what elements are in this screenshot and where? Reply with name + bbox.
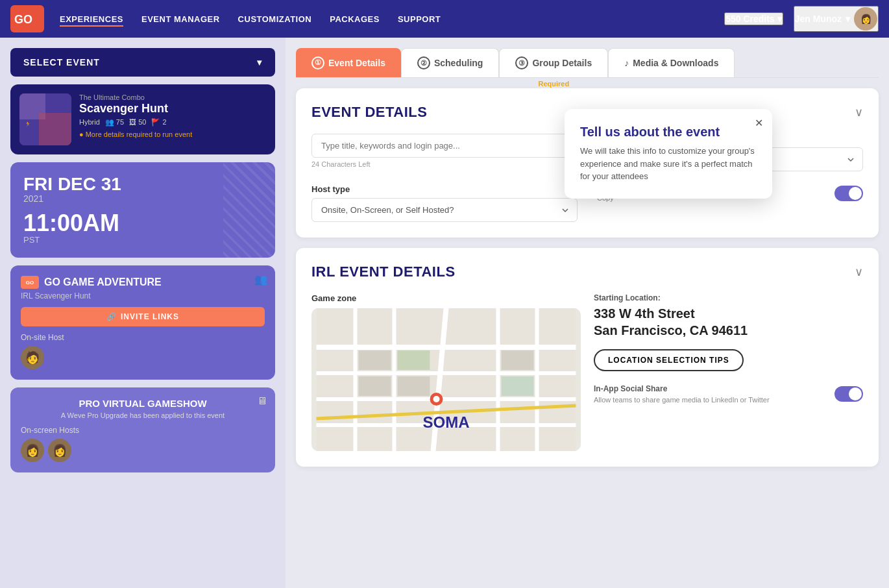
irl-collapse-icon[interactable]: ∨: [855, 265, 863, 279]
location-tips-button[interactable]: LOCATION SELECTION TIPS: [594, 349, 744, 371]
pro-host-avatar-2: 👩: [48, 439, 71, 462]
event-warning: More details required to run event: [79, 130, 192, 138]
irl-section-title: IRL EVENT DETAILS: [311, 263, 456, 280]
svg-text:🏃: 🏃: [25, 121, 31, 127]
tabs-row: ① Event Details ② Scheduling ③ Group Det…: [296, 48, 879, 78]
tab-num-3: ③: [515, 56, 528, 69]
map-label: SOMA: [423, 413, 470, 432]
navbar: GO Experiences Event Manager Customizati…: [0, 0, 889, 38]
tooltip-body: We will take this info to customize your…: [580, 145, 757, 183]
pro-host-label: On-screen Hosts: [21, 426, 265, 435]
brand-row: GO GO GAME ADVENTURE: [21, 276, 265, 289]
pro-title: PRO VIRTUAL GAMESHOW: [21, 398, 265, 409]
tab-label-1: Event Details: [328, 58, 385, 68]
credits-label: 550 Credits: [725, 14, 774, 24]
user-name-label: Jen Munoz: [795, 14, 842, 24]
social-share-toggle[interactable]: [834, 386, 863, 402]
sidebar: SELECT EVENT ▾ 🏃 The Ultimate Combo Scav…: [0, 38, 286, 588]
screen-icon: 🖥: [257, 395, 267, 407]
avatar: 👩: [854, 7, 877, 31]
invite-label: INVITE LINKS: [121, 312, 179, 321]
tab-scheduling[interactable]: ② Scheduling: [401, 48, 499, 77]
chevron-down-icon: ▾: [777, 14, 782, 24]
date-card: FRI DEC 31 2021 11:00AM PST: [10, 162, 275, 258]
credits-button[interactable]: 550 Credits ▾: [724, 12, 783, 25]
social-share-toggle-row: In-App Social Share Allow teams to share…: [594, 384, 863, 404]
select-event-button[interactable]: SELECT EVENT ▾: [10, 48, 275, 77]
svg-rect-20: [502, 350, 534, 370]
group-icon: 👥: [254, 273, 267, 286]
tab-num-1: ①: [311, 56, 324, 69]
event-title-input[interactable]: [311, 134, 578, 158]
nav-links: Experiences Event Manager Customization …: [60, 14, 724, 24]
content-area: ① Event Details ② Scheduling ③ Group Det…: [286, 38, 889, 588]
adventure-card: 👥 GO GO GAME ADVENTURE IRL Scavenger Hun…: [10, 265, 275, 380]
pro-subtitle: A Weve Pro Upgrade has been applied to t…: [21, 411, 265, 419]
pro-host-avatar-1: 👩: [21, 439, 44, 462]
tab-group-details[interactable]: ③ Group Details Required: [499, 48, 608, 77]
nav-right: 550 Credits ▾ Jen Munoz ▾ 👩: [724, 6, 879, 32]
nav-support[interactable]: Support: [398, 14, 441, 24]
event-photos: 🖼 50: [129, 118, 146, 126]
decorative-lines: [223, 162, 275, 258]
social-share-info: In-App Social Share Allow teams to share…: [594, 384, 770, 404]
event-thumbnail: 🏃: [19, 93, 71, 145]
user-button[interactable]: Jen Munoz ▾ 👩: [794, 6, 879, 32]
tooltip-close-button[interactable]: ✕: [755, 117, 763, 129]
chevron-down-icon: ▾: [846, 14, 850, 24]
tab-num-2: ②: [417, 56, 430, 69]
main-event-card: 🏃 The Ultimate Combo Scavenger Hunt Hybr…: [10, 84, 275, 154]
svg-rect-4: [39, 113, 71, 145]
nav-experiences[interactable]: Experiences: [60, 14, 123, 24]
event-teams: 🚩 2: [151, 118, 166, 127]
event-type: Hybrid: [79, 118, 100, 126]
music-icon: ♪: [624, 58, 629, 68]
adventure-subtitle: IRL Scavenger Hunt: [21, 291, 265, 300]
required-badge: Required: [538, 80, 569, 88]
event-subtitle: The Ultimate Combo: [79, 93, 192, 101]
svg-rect-17: [398, 350, 430, 370]
pro-host-avatars: 👩 👩: [21, 439, 265, 462]
irl-section-header: IRL EVENT DETAILS ∨: [311, 263, 863, 280]
irl-grid: Game zone: [311, 293, 863, 451]
host-type-select[interactable]: Onsite, On-Screen, or Self Hosted?: [311, 198, 578, 222]
svg-rect-16: [359, 350, 391, 370]
collapse-icon[interactable]: ∨: [855, 105, 863, 119]
tab-label-4: Media & Downloads: [633, 58, 718, 68]
svg-rect-21: [502, 376, 534, 396]
brand-logo: GO: [21, 276, 39, 289]
tab-label-2: Scheduling: [434, 58, 483, 68]
invite-links-button[interactable]: 🔗 INVITE LINKS: [21, 307, 265, 326]
host-label: On-site Host: [21, 333, 265, 342]
tab-media-downloads[interactable]: ♪ Media & Downloads: [608, 48, 735, 77]
nav-event-manager[interactable]: Event Manager: [141, 14, 220, 24]
nav-customization[interactable]: Customization: [238, 14, 312, 24]
svg-point-24: [433, 396, 440, 402]
game-zone-label: Game zone: [311, 293, 581, 303]
host-avatars: 🧑: [21, 346, 265, 369]
svg-rect-18: [359, 376, 391, 396]
map-container: SOMA: [311, 308, 581, 451]
host-type-form-group: Host type Onsite, On-Screen, or Self Hos…: [311, 184, 578, 222]
virtual-awards-toggle[interactable]: [834, 186, 863, 201]
tooltip-title: Tell us about the event: [580, 125, 757, 140]
host-type-label: Host type: [311, 184, 578, 194]
event-details-title: EVENT DETAILS: [311, 104, 427, 121]
svg-rect-19: [398, 376, 430, 396]
nav-packages[interactable]: Packages: [330, 14, 380, 24]
svg-text:GO: GO: [14, 13, 32, 26]
adventure-title: GO GAME ADVENTURE: [44, 276, 162, 288]
map-col: Game zone: [311, 293, 581, 451]
link-icon: 🔗: [106, 312, 117, 321]
title-form-group: 24 Characters Left: [311, 134, 578, 171]
site-logo[interactable]: GO: [10, 5, 44, 32]
social-share-label: In-App Social Share: [594, 384, 770, 393]
tab-event-details[interactable]: ① Event Details: [296, 48, 401, 77]
host-avatar-1: 🧑: [21, 346, 44, 369]
select-event-label: SELECT EVENT: [23, 57, 100, 67]
pro-card: 🖥 PRO VIRTUAL GAMESHOW A Weve Pro Upgrad…: [10, 387, 275, 472]
irl-event-details-card: IRL EVENT DETAILS ∨ Game zone: [296, 248, 879, 467]
event-meta: Hybrid 👥 75 🖼 50 🚩 2: [79, 118, 192, 127]
tooltip-popup: ✕ Tell us about the event We will take t…: [565, 109, 772, 199]
event-people: 👥 75: [105, 118, 124, 127]
